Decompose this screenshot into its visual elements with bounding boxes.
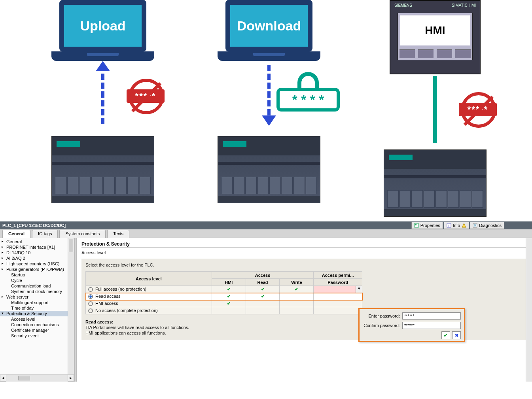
arrow-hmi: *****	[360, 74, 510, 149]
access-cell-password[interactable]	[314, 307, 362, 314]
inspector-tabs: General IO tags System constants Texts	[0, 229, 532, 238]
access-level-box: Select the access level for the PLC. Acc…	[81, 259, 527, 340]
device-title: PLC_1 [CPU 1215C DC/DC/DC]	[2, 223, 66, 228]
tree-item[interactable]: Connection mechanisms	[0, 322, 74, 327]
scroll-right-icon[interactable]: ▸	[68, 375, 74, 382]
plc-device	[51, 136, 154, 203]
tree-item[interactable]: Cycle	[0, 278, 74, 283]
svg-text:i: i	[448, 223, 449, 228]
access-cell-password[interactable]	[314, 300, 362, 307]
tab-texts[interactable]: Texts	[107, 230, 129, 238]
confirm-password-label: Confirm password:	[363, 323, 402, 328]
laptop-download: Download	[218, 0, 320, 61]
instruction-text: Select the access level for the PLC.	[85, 263, 523, 267]
dropdown-icon[interactable]: ▾	[356, 286, 362, 293]
access-row[interactable]: No access (complete protection)	[86, 307, 362, 314]
access-cell-hmi	[212, 307, 246, 314]
check-icon: ✔	[227, 301, 231, 306]
laptop-base	[218, 51, 320, 61]
info-button[interactable]: i Info	[444, 222, 469, 229]
plc-device	[218, 136, 320, 203]
access-cell-password[interactable]: ▾	[314, 286, 362, 293]
svg-rect-1	[415, 224, 417, 225]
access-cell-read: ✔	[246, 293, 280, 300]
tree-item[interactable]: General	[0, 239, 74, 244]
tree-item[interactable]: Certificate manager	[0, 327, 74, 333]
access-cell-hmi: ✔	[212, 286, 246, 293]
hmi-model: SIMATIC HMI	[452, 3, 476, 9]
tree-item[interactable]: Time of day	[0, 305, 74, 311]
cancel-button[interactable]: ✖	[452, 331, 461, 339]
inspector-body: GeneralPROFINET interface [X1]DI 14/DQ 1…	[0, 238, 532, 382]
access-radio[interactable]	[88, 308, 93, 313]
col-password: Password	[314, 279, 362, 286]
check-icon: ✔	[227, 287, 231, 291]
window-controls-icon[interactable]	[507, 222, 530, 229]
tree-item[interactable]: Access level	[0, 316, 74, 322]
diagram-col-hmi: SIEMENS SIMATIC HMI HMI *****	[360, 0, 510, 217]
access-row[interactable]: Full access (no protection)✔✔✔▾	[86, 286, 362, 293]
tree-item[interactable]: Web server	[0, 294, 74, 300]
tree-item[interactable]: System and clock memory	[0, 289, 74, 294]
diagnostics-button[interactable]: Diagnostics	[470, 222, 504, 229]
access-cell-password[interactable]	[314, 293, 362, 300]
access-radio[interactable]	[88, 301, 93, 306]
scroll-left-icon[interactable]: ◂	[0, 375, 6, 382]
access-cell-hmi: ✔	[212, 293, 246, 300]
warning-icon	[462, 223, 466, 228]
check-icon: ✔	[227, 294, 231, 299]
tab-io-tags[interactable]: IO tags	[32, 230, 58, 238]
col-read: Read	[246, 279, 280, 286]
properties-button[interactable]: Properties	[411, 222, 443, 229]
tree-item[interactable]: Protection & Security	[0, 311, 74, 316]
col-access: Access	[212, 272, 313, 279]
arrow-head-up-icon	[96, 61, 110, 71]
access-cell-write: ✔	[280, 286, 314, 293]
tab-system-constants[interactable]: System constants	[59, 230, 106, 238]
nav-tree: GeneralPROFINET interface [X1]DI 14/DQ 1…	[0, 238, 74, 382]
arrow-line	[101, 65, 104, 124]
tree-item[interactable]: PROFINET interface [X1]	[0, 244, 74, 250]
confirm-button[interactable]: ✔	[441, 331, 450, 339]
tree-item[interactable]: Security event	[0, 333, 74, 338]
tree-item[interactable]: Pulse generators (PTO/PWM)	[0, 267, 74, 272]
access-row[interactable]: Read access✔✔	[86, 293, 362, 300]
hmi-brand: SIEMENS	[394, 3, 412, 9]
access-cell-hmi: ✔	[212, 300, 246, 307]
access-row[interactable]: HMI access✔	[86, 300, 362, 307]
arrow-line-solid	[433, 76, 437, 143]
access-row-label: HMI access	[95, 301, 118, 306]
access-radio[interactable]	[88, 287, 93, 292]
access-row-label: Full access (no protection)	[95, 287, 146, 291]
tree-item[interactable]: Communication load	[0, 283, 74, 289]
tree-item[interactable]: Startup	[0, 272, 74, 278]
padlock-password-icon: ****	[276, 72, 340, 112]
tree-item[interactable]: Multilingual support	[0, 300, 74, 305]
col-access-level: Access level	[86, 272, 212, 286]
access-cell-read	[246, 307, 280, 314]
confirm-password-input[interactable]	[402, 322, 461, 329]
no-password-icon: *****	[127, 81, 170, 112]
svg-marker-4	[462, 223, 466, 227]
hmi-screen-text: HMI	[400, 15, 470, 45]
tree-item[interactable]: High speed counters (HSC)	[0, 261, 74, 267]
check-icon: ✔	[261, 287, 265, 291]
tree-vscrollbar[interactable]	[68, 238, 74, 374]
main-pane: Protection & Security Access level Selec…	[77, 238, 532, 382]
diagnostics-icon	[473, 223, 477, 228]
tab-general[interactable]: General	[2, 230, 30, 238]
properties-icon	[414, 223, 419, 228]
section-heading: Protection & Security	[81, 241, 527, 248]
laptop-base	[51, 51, 154, 61]
tree-hscrollbar[interactable]: ◂ ▸	[0, 374, 74, 382]
enter-password-label: Enter password:	[363, 314, 402, 318]
diagram-col-upload: Upload *****	[28, 0, 178, 203]
enter-password-input[interactable]	[402, 312, 461, 320]
arrow-upload: *****	[28, 61, 178, 136]
note-line1: TIA Portal users will have read access t…	[85, 325, 189, 330]
access-radio[interactable]	[88, 294, 93, 299]
main-vscrollbar[interactable]	[526, 238, 532, 382]
tree-item[interactable]: AI 2/AQ 2	[0, 255, 74, 261]
tree-item[interactable]: DI 14/DQ 10	[0, 250, 74, 255]
diagram-col-download: Download ****	[194, 0, 344, 203]
